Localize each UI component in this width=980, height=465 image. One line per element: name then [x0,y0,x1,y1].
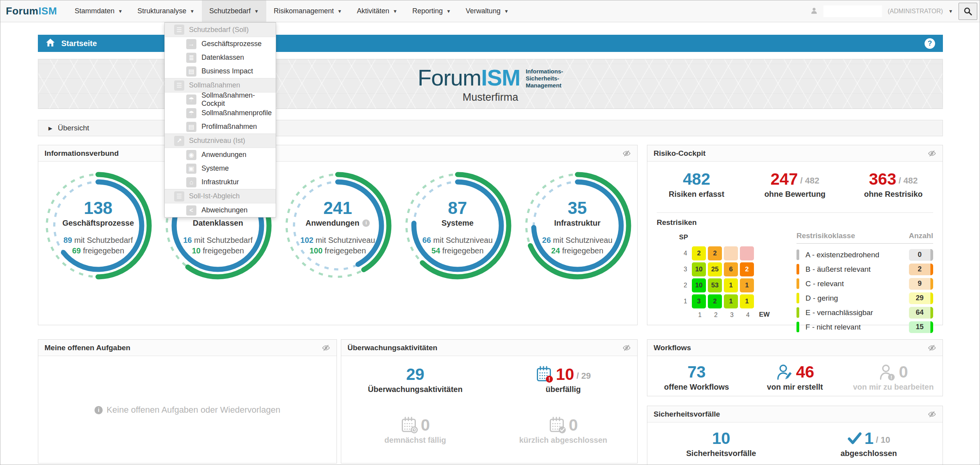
class-count-badge: 2 [909,264,933,275]
nav-item-2[interactable]: Schutzbedarf▼ [202,0,266,22]
matrix-row-label: 4 [678,245,692,261]
nav-user-area: (ADMINISTRATOR) ▼ [810,3,980,20]
user-edit-icon [776,363,794,381]
nav-item-0[interactable]: Stammdaten▼ [67,0,130,22]
monitor-icon: ▣ [186,164,196,174]
stat-label: Risiken erfasst [669,190,724,199]
hide-panel-icon[interactable] [622,149,631,158]
class-label: D - gering [805,294,838,303]
risk-matrix: SP42231025622105311132111234EW [678,229,776,334]
menu-item[interactable]: ◉Anwendungen [165,148,276,162]
matrix-row-label: 1 [678,293,692,309]
hide-panel-icon[interactable] [928,410,936,419]
user-role[interactable]: (ADMINISTRATOR) [887,8,943,15]
stat-suffix: / 482 [800,173,820,186]
help-button[interactable]: ? [925,38,935,49]
hide-panel-icon[interactable] [322,344,330,352]
app-logo[interactable]: ForumISM [0,5,67,17]
nav-item-4[interactable]: Aktivitäten▼ [349,0,405,22]
donut-cell: 138 Geschäftsprozesse 89 mit Schutzbedar… [38,162,158,326]
menu-item[interactable]: →Geschäftsprozesse [165,37,276,51]
donut-label: Datenklassen [193,217,243,229]
class-column-header: Restrisikoklasse [796,232,855,240]
donut-label: Anwendungeni [306,217,370,229]
donut-line2: 24 freigegeben [551,246,603,256]
workflow-stats: 73 offene Workflows 46 von mir erstellt … [647,356,943,392]
menu-item[interactable]: ≣Datenklassen [165,51,276,64]
chevron-down-icon: ▼ [190,9,194,14]
matrix-cell: 10 [692,278,706,292]
stat-value: 247 [770,170,798,188]
menu-item[interactable]: ☂Sollmaßnahmenprofile [165,106,276,120]
nav-item-3[interactable]: Risikomanagement▼ [266,0,349,22]
matrix-cell: 1 [740,278,754,292]
panel-title: Überwachungsaktivitäten [347,344,437,352]
matrix-cell: 2 [708,246,722,260]
document-icon: ▤ [186,122,196,132]
donut-line2: 54 freigegeben [431,246,483,256]
matrix-cell [740,246,754,260]
nav-item-6[interactable]: Verwaltung▼ [458,0,516,22]
calendar-alert-icon: ! [536,365,554,383]
company-name: Musterfirma [463,91,519,103]
class-label: F - nicht relevant [805,323,861,331]
matrix-cell: 6 [724,262,738,276]
matrix-cell: 53 [708,278,722,292]
list-icon: ☰ [174,25,184,35]
matrix-cell: 25 [708,262,722,276]
home-icon[interactable] [46,38,55,48]
class-count-badge: 29 [909,292,933,304]
hide-panel-icon[interactable] [622,344,631,352]
donut-chart[interactable]: 241 Anwendungeni 102 mit Schutzniveau 10… [279,167,396,284]
hide-panel-icon[interactable] [928,344,936,352]
disc-icon: ◉ [186,150,196,160]
menu-item[interactable]: ⌂Infrastruktur [165,175,276,189]
hide-panel-icon[interactable] [928,149,936,158]
user-menu-caret-icon[interactable]: ▼ [948,9,953,14]
panel-title: Informationsverbund [45,149,119,158]
class-color-chip [796,249,799,260]
user-alert-icon: ! [878,363,896,381]
chevron-down-icon: ▼ [504,9,509,14]
overview-label: Übersicht [58,124,89,132]
calendar-clock-icon [401,416,419,434]
matrix-cell [724,246,738,260]
chevron-down-icon: ▼ [337,9,342,14]
donut-line1: 26 mit Schutzniveau [542,235,613,246]
svg-text:!: ! [891,374,892,380]
stat-label: von mir zu bearbeiten [853,383,934,392]
donut-chart[interactable]: 138 Geschäftsprozesse 89 mit Schutzbedar… [39,167,157,284]
nav-item-5[interactable]: Reporting▼ [405,0,458,22]
nav-item-1[interactable]: Strukturanalyse▼ [130,0,202,22]
donut-chart[interactable]: 35 Infrastruktur 26 mit Schutzniveau 24 … [519,167,636,284]
menu-item[interactable]: ▣Systeme [165,162,276,175]
stat-label: ohne Bewertung [764,190,826,199]
class-label: A - existenzbedrohend [805,251,879,259]
app-logo-ism: ISM [38,5,57,17]
page-title: Startseite [61,39,97,48]
donut-cell: 87 Systeme 66 mit Schutzniveau 54 freige… [397,162,517,326]
risk-class-table: RestrisikoklasseAnzahl A - existenzbedro… [796,232,933,334]
matrix-row-label: 3 [678,261,692,277]
stat-value: 0 [899,363,908,381]
umbrella-icon: ☂ [186,108,196,118]
donut-line1: 66 mit Schutzniveau [422,235,493,246]
stat: 247/ 482 ohne Bewertung [746,170,844,209]
menu-item[interactable]: ▤Business Impact [165,64,276,78]
menu-item[interactable]: ☂Sollmaßnahmen-Cockpit [165,93,276,106]
schutzbedarf-dropdown-menu: ☰Schutzbedarf (Soll)→Geschäftsprozesse≣D… [164,22,276,217]
menu-item[interactable]: ▤Profilmaßnahmen [165,120,276,134]
calendar-check-icon [549,416,567,434]
info-icon[interactable]: i [362,219,370,227]
chevron-down-icon: ▼ [118,9,123,14]
donut-chart[interactable]: 87 Systeme 66 mit Schutzniveau 54 freige… [399,167,516,284]
donut-line2: 100 freigegeben [310,246,366,256]
class-count-badge: 0 [909,249,933,261]
search-button[interactable] [959,3,977,20]
stat: !10/ 29 überfällig [536,365,591,394]
list-icon: ☰ [174,80,184,91]
stat-value: 10 [712,429,731,447]
menu-item[interactable]: <Abweichungen [165,203,276,217]
empty-state-text: Keine offenen Aufgaben oder Wiedervorlag… [107,405,280,415]
brand-logo: ForumISM [418,64,520,91]
